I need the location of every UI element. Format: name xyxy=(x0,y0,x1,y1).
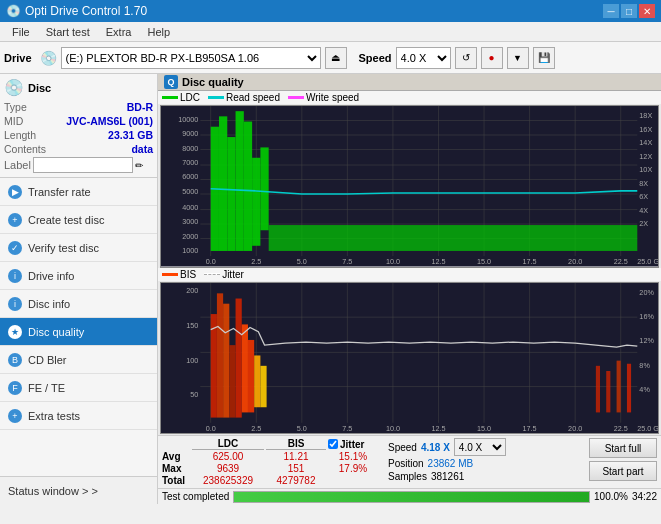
titlebar: 💿 Opti Drive Control 1.70 ─ □ ✕ xyxy=(0,0,661,22)
chart-top-svg: 10000 9000 8000 7000 6000 5000 4000 3000… xyxy=(161,106,658,266)
max-ldc: 9639 xyxy=(192,463,264,474)
maximize-button[interactable]: □ xyxy=(621,4,637,18)
chart-header: Q Disc quality xyxy=(158,74,661,91)
svg-text:3000: 3000 xyxy=(182,218,198,227)
svg-rect-75 xyxy=(229,345,235,417)
position-label: Position xyxy=(388,458,424,469)
svg-text:5.0: 5.0 xyxy=(297,424,307,433)
speed-select[interactable]: 4.0 X xyxy=(454,438,506,456)
start-part-button[interactable]: Start part xyxy=(589,461,657,481)
save-button[interactable]: 💾 xyxy=(533,47,555,69)
svg-text:17.5: 17.5 xyxy=(523,424,537,433)
sidebar-item-cd-bler[interactable]: B CD Bler xyxy=(0,346,157,374)
sidebar-item-label: Disc quality xyxy=(28,326,84,338)
speed-value: 4.18 X xyxy=(421,442,450,453)
create-test-disc-icon: + xyxy=(8,213,22,227)
start-full-button[interactable]: Start full xyxy=(589,438,657,458)
bis-label: BIS xyxy=(180,269,196,280)
sidebar-item-verify-test-disc[interactable]: ✓ Verify test disc xyxy=(0,234,157,262)
disc-mid-row: MID JVC-AMS6L (001) xyxy=(4,115,153,127)
menu-file[interactable]: File xyxy=(4,24,38,40)
svg-rect-76 xyxy=(236,298,242,417)
sidebar-item-extra-tests[interactable]: + Extra tests xyxy=(0,402,157,430)
menu-extra[interactable]: Extra xyxy=(98,24,140,40)
disc-length-label: Length xyxy=(4,129,36,141)
position-row: Position 23862 MB xyxy=(388,458,506,469)
jitter-checkbox[interactable] xyxy=(328,439,338,449)
svg-text:6000: 6000 xyxy=(182,173,198,182)
progress-bar-container: Test completed 100.0% 34:22 xyxy=(158,488,661,504)
disc-button[interactable]: ● xyxy=(481,47,503,69)
svg-rect-22 xyxy=(227,138,235,252)
disc-label-row: Label ✏ xyxy=(4,157,153,173)
drive-select[interactable]: (E:) PLEXTOR BD-R PX-LB950SA 1.06 xyxy=(61,47,321,69)
titlebar-title: 💿 Opti Drive Control 1.70 xyxy=(6,4,147,18)
speed-select[interactable]: 4.0 X xyxy=(396,47,451,69)
read-speed-label: Read speed xyxy=(226,92,280,103)
drive-icon: 💿 xyxy=(40,50,57,66)
svg-rect-26 xyxy=(260,148,268,231)
svg-rect-23 xyxy=(236,112,244,252)
sidebar-item-fe-te[interactable]: F FE / TE xyxy=(0,374,157,402)
svg-rect-84 xyxy=(627,364,631,413)
svg-text:20.0: 20.0 xyxy=(568,424,582,433)
svg-text:8%: 8% xyxy=(639,361,650,370)
avg-bis: 11.21 xyxy=(266,451,326,462)
svg-text:22.5: 22.5 xyxy=(614,258,628,267)
svg-rect-73 xyxy=(217,293,223,417)
disc-length-value: 23.31 GB xyxy=(108,129,153,141)
sidebar-item-create-test-disc[interactable]: + Create test disc xyxy=(0,206,157,234)
stats-header-row: LDC BIS Jitter xyxy=(162,438,378,450)
disc-contents-row: Contents data xyxy=(4,143,153,155)
write-speed-label: Write speed xyxy=(306,92,359,103)
burn-button[interactable]: ▼ xyxy=(507,47,529,69)
ldc-col-header: LDC xyxy=(192,438,264,450)
bis-color xyxy=(162,273,178,276)
speed-pos-section: Speed 4.18 X 4.0 X Position 23862 MB Sam… xyxy=(388,438,506,482)
sidebar-item-label: Extra tests xyxy=(28,410,80,422)
svg-rect-74 xyxy=(223,304,229,418)
disc-label-input[interactable] xyxy=(33,157,133,173)
eject-button[interactable]: ⏏ xyxy=(325,47,347,69)
total-bis: 4279782 xyxy=(266,475,326,486)
bottom-stats: LDC BIS Jitter Avg 625.00 11.21 15.1% xyxy=(158,435,661,488)
menu-start-test[interactable]: Start test xyxy=(38,24,98,40)
max-bis: 151 xyxy=(266,463,326,474)
svg-text:4%: 4% xyxy=(639,385,650,394)
svg-rect-78 xyxy=(248,340,254,412)
minimize-button[interactable]: ─ xyxy=(603,4,619,18)
sidebar-item-drive-info[interactable]: i Drive info xyxy=(0,262,157,290)
refresh-button[interactable]: ↺ xyxy=(455,47,477,69)
jitter-label: Jitter xyxy=(222,269,244,280)
sidebar-item-label: Create test disc xyxy=(28,214,104,226)
label-edit-icon[interactable]: ✏ xyxy=(135,160,143,171)
svg-text:4000: 4000 xyxy=(182,203,198,212)
svg-text:12.5: 12.5 xyxy=(431,424,445,433)
avg-ldc: 625.00 xyxy=(192,451,264,462)
disc-type-label: Type xyxy=(4,101,27,113)
verify-test-disc-icon: ✓ xyxy=(8,241,22,255)
menu-help[interactable]: Help xyxy=(139,24,178,40)
stats-row-label-header xyxy=(162,438,190,450)
sidebar-item-label: Disc info xyxy=(28,298,70,310)
sidebar-item-disc-quality[interactable]: ★ Disc quality xyxy=(0,318,157,346)
legend-jitter: Jitter xyxy=(204,269,244,280)
fe-te-icon: F xyxy=(8,381,22,395)
chart-title: Disc quality xyxy=(182,76,244,88)
svg-text:12%: 12% xyxy=(639,336,654,345)
disc-info-icon: i xyxy=(8,297,22,311)
app-icon: 💿 xyxy=(6,4,21,18)
total-row: Total 238625329 4279782 xyxy=(162,475,378,486)
svg-text:8000: 8000 xyxy=(182,144,198,153)
close-button[interactable]: ✕ xyxy=(639,4,655,18)
max-jitter: 17.9% xyxy=(328,463,378,474)
disc-panel: 💿 Disc Type BD-R MID JVC-AMS6L (001) Len… xyxy=(0,74,157,178)
chart-header-icon: Q xyxy=(164,75,178,89)
app-title: Opti Drive Control 1.70 xyxy=(25,4,147,18)
sidebar-item-disc-info[interactable]: i Disc info xyxy=(0,290,157,318)
status-window-button[interactable]: Status window > > xyxy=(0,476,157,504)
svg-text:100: 100 xyxy=(186,356,198,365)
sidebar-item-transfer-rate[interactable]: ▶ Transfer rate xyxy=(0,178,157,206)
disc-mid-label: MID xyxy=(4,115,23,127)
chart-legend-top: LDC Read speed Write speed xyxy=(158,91,661,104)
